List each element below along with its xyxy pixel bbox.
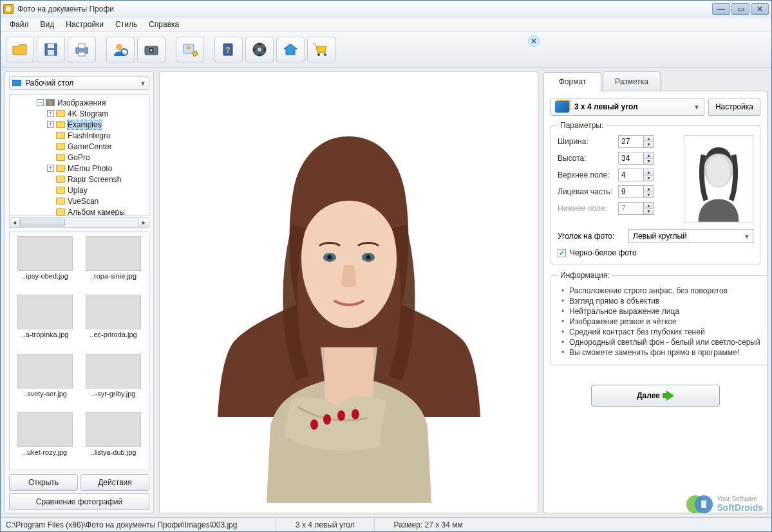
tree-item[interactable]: Raptr Screensh	[11, 174, 147, 185]
menu-help[interactable]: Справка	[144, 19, 184, 30]
info-item: Расположение строго анфас, без поворотов	[561, 286, 760, 295]
spin-up[interactable]: ▲	[644, 169, 654, 176]
tree-item[interactable]: VueScan	[11, 196, 147, 206]
height-stepper[interactable]: ▲▼	[618, 152, 654, 165]
tree-hscrollbar[interactable]: ◄ ►	[9, 217, 149, 228]
folder-icon	[56, 143, 65, 150]
toolbar-help-button[interactable]: ?	[214, 37, 243, 62]
bw-checkbox[interactable]: ✓ Черно-белое фото	[558, 248, 753, 257]
top-input[interactable]	[619, 169, 643, 181]
chevron-down-icon: ▼	[744, 233, 750, 240]
status-size: Размер: 27 x 34 мм	[394, 518, 482, 531]
thumbnail[interactable]: ..-syr-griby.jpg	[82, 354, 145, 410]
status-format: 3 x 4 левый угол	[296, 518, 375, 531]
format-select[interactable]: 3 x 4 левый угол ▼	[551, 98, 704, 116]
thumbnail[interactable]: ..svety-ser.jpg	[14, 354, 77, 410]
toolbar-save-button[interactable]	[37, 37, 65, 62]
svg-point-12	[187, 46, 191, 50]
expand-icon[interactable]: +	[47, 165, 54, 172]
tree-item[interactable]: Uplay	[11, 185, 147, 196]
spin-down[interactable]: ▼	[644, 176, 654, 181]
toolbar-camera-button[interactable]	[137, 37, 165, 62]
checkbox-icon: ✓	[558, 249, 566, 257]
spin-up[interactable]: ▲	[644, 152, 654, 159]
scroll-left-button[interactable]: ◄	[10, 218, 20, 227]
format-select-label: 3 x 4 левый угол	[574, 102, 638, 111]
folder-selector[interactable]: Рабочий стол ▼	[9, 76, 149, 90]
toolbar-print-button[interactable]	[68, 37, 96, 62]
maximize-button[interactable]: ▭	[731, 3, 749, 15]
height-input[interactable]	[619, 152, 643, 164]
menu-view[interactable]: Вид	[35, 19, 60, 30]
tab-format[interactable]: Формат	[543, 72, 601, 91]
next-button[interactable]: Далее	[591, 385, 720, 407]
folder-icon	[56, 121, 65, 128]
thumbnail-image	[86, 236, 141, 271]
thumbnail-caption: ..ropa-sinie.jpg	[82, 272, 145, 280]
thumbnail[interactable]: ..ipsy-obed.jpg	[14, 236, 77, 292]
bw-label: Черно-белое фото	[570, 248, 637, 257]
corner-value: Левый круглый	[633, 232, 687, 241]
actions-button[interactable]: Действия	[80, 474, 149, 491]
toolbar-cart-button[interactable]	[307, 37, 335, 62]
top-stepper[interactable]: ▲▼	[618, 169, 654, 181]
thumbnail[interactable]: ..ec-priroda.jpg	[82, 295, 145, 351]
folder-tree[interactable]: − Изображения +4K Stogram+ExamplesFlashI…	[9, 94, 149, 216]
info-list: Расположение строго анфас, без поворотов…	[558, 286, 760, 357]
tree-item[interactable]: +4K Stogram	[11, 108, 147, 119]
width-input[interactable]	[619, 136, 643, 147]
scroll-track[interactable]	[20, 218, 138, 227]
thumbnail-image	[17, 354, 73, 389]
toolbar-replace-bg-button[interactable]	[176, 37, 204, 62]
spin-up[interactable]: ▲	[644, 136, 654, 142]
tree-item-label: Альбом камеры	[68, 208, 125, 217]
thumbnail-image	[17, 412, 73, 447]
minimize-button[interactable]: —	[712, 3, 730, 15]
tree-item[interactable]: GoPro	[11, 152, 147, 163]
compare-button[interactable]: Сравнение фотографий	[9, 493, 149, 510]
thumbnail[interactable]: ..listya-dub.jpg	[82, 412, 145, 468]
close-panel-icon[interactable]: ✕	[528, 35, 540, 47]
format-settings-button[interactable]: Настройка	[708, 98, 760, 116]
svg-point-6	[116, 44, 122, 50]
spin-down[interactable]: ▼	[644, 142, 654, 148]
scroll-thumb[interactable]	[20, 219, 65, 226]
open-button[interactable]: Открыть	[9, 474, 78, 491]
width-stepper[interactable]: ▲▼	[618, 135, 654, 148]
tree-item[interactable]: +Examples	[11, 119, 147, 130]
collapse-icon[interactable]: −	[37, 99, 44, 106]
tab-layout[interactable]: Разметка	[603, 71, 661, 91]
tree-item[interactable]: FlashIntegro	[11, 130, 147, 141]
info-legend: Информация:	[558, 271, 612, 280]
toolbar-user-button[interactable]	[106, 37, 135, 62]
folder-icon	[56, 110, 65, 117]
params-fieldset: Параметры: Ширина:▲▼ Высота:▲▼ Верхнее п…	[551, 121, 760, 264]
tree-item[interactable]: +MEmu Photo	[11, 163, 147, 174]
toolbar-open-button[interactable]	[6, 37, 34, 62]
tree-item[interactable]: Альбом камеры	[11, 206, 147, 216]
spin-down[interactable]: ▼	[644, 159, 654, 165]
tree-root[interactable]: − Изображения	[11, 97, 147, 108]
menu-file[interactable]: Файл	[5, 19, 34, 30]
scroll-right-button[interactable]: ►	[138, 218, 149, 227]
face-stepper[interactable]: ▲▼	[618, 185, 654, 198]
spin-up[interactable]: ▲	[644, 186, 654, 192]
svg-point-34	[707, 156, 730, 187]
toolbar-video-button[interactable]	[245, 37, 274, 62]
toolbar-home-button[interactable]	[276, 37, 305, 62]
window-title: Фото на документы Профи	[17, 5, 711, 14]
face-input[interactable]	[619, 186, 643, 197]
folder-icon	[56, 165, 65, 172]
tree-item[interactable]: GameCenter	[11, 141, 147, 152]
expand-icon[interactable]: +	[47, 110, 54, 117]
close-button[interactable]: ✕	[751, 3, 769, 15]
svg-rect-1	[48, 44, 54, 48]
thumbnail[interactable]: ..ropa-sinie.jpg	[82, 236, 145, 292]
thumbnail[interactable]: ..uket-rozy.jpg	[14, 412, 77, 468]
corner-select[interactable]: Левый круглый ▼	[628, 229, 753, 243]
spin-down[interactable]: ▼	[644, 192, 654, 198]
expand-icon[interactable]: +	[47, 121, 54, 128]
thumbnail[interactable]: ..a-tropinka.jpg	[14, 295, 77, 351]
menu-settings[interactable]: Настройки	[61, 19, 109, 30]
menu-style[interactable]: Стиль	[110, 19, 142, 30]
